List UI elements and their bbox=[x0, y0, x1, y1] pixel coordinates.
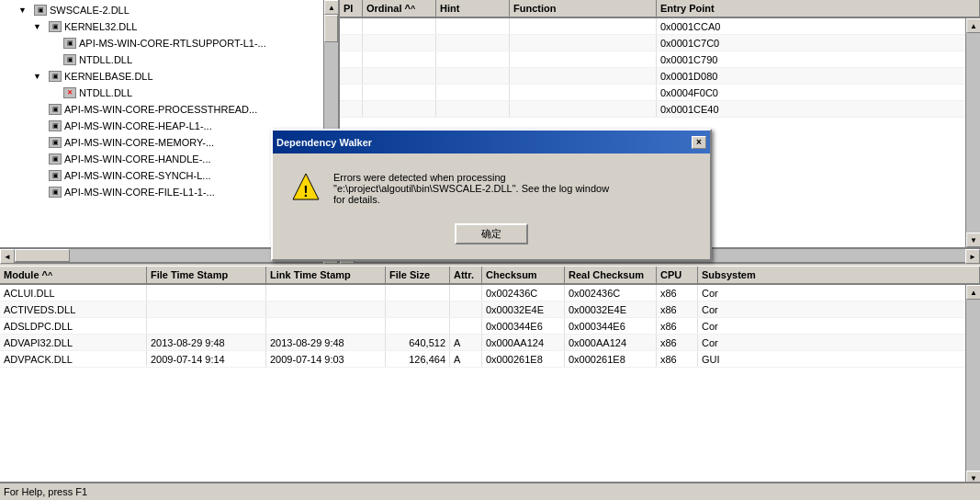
dialog-title: Dependency Walker bbox=[276, 137, 372, 148]
dialog-message-line2: "e:\project\algoutil\bin\SWSCALE-2.DLL".… bbox=[333, 183, 609, 194]
dialog-message: Errors were detected when processing "e:… bbox=[333, 172, 609, 205]
dialog-message-line3: for details. bbox=[333, 194, 609, 205]
ok-button[interactable]: 确定 bbox=[455, 223, 528, 244]
dialog-buttons: 确定 bbox=[273, 214, 710, 259]
error-dialog: Dependency Walker × ! Errors were detect… bbox=[271, 129, 712, 261]
dialog-close-button[interactable]: × bbox=[692, 136, 706, 149]
dialog-overlay: Dependency Walker × ! Errors were detect… bbox=[0, 0, 980, 500]
dialog-message-line1: Errors were detected when processing bbox=[333, 172, 609, 183]
svg-text:!: ! bbox=[303, 184, 308, 199]
dialog-content: ! Errors were detected when processing "… bbox=[273, 153, 710, 214]
warning-icon: ! bbox=[291, 172, 321, 201]
dialog-titlebar: Dependency Walker × bbox=[273, 131, 710, 153]
app-window: ▼ ▣ SWSCALE-2.DLL ▼ ▣ KERNEL32.DLL bbox=[0, 0, 980, 500]
